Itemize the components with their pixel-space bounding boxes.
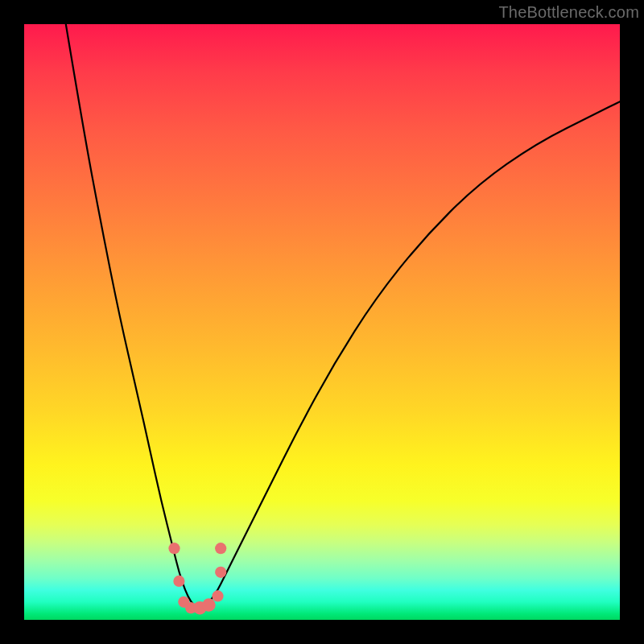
plot-area xyxy=(24,24,620,620)
curve-layer xyxy=(24,24,620,620)
highlight-dot xyxy=(215,567,226,578)
highlight-dot xyxy=(168,543,180,554)
bottleneck-curve xyxy=(66,24,620,608)
chart-frame: TheBottleneck.com xyxy=(0,0,644,644)
watermark-text: TheBottleneck.com xyxy=(498,3,639,22)
highlight-dot xyxy=(212,590,223,601)
highlight-dot xyxy=(215,543,226,554)
highlight-dot xyxy=(173,576,184,587)
highlight-dot xyxy=(202,598,216,612)
highlight-markers xyxy=(168,543,226,614)
